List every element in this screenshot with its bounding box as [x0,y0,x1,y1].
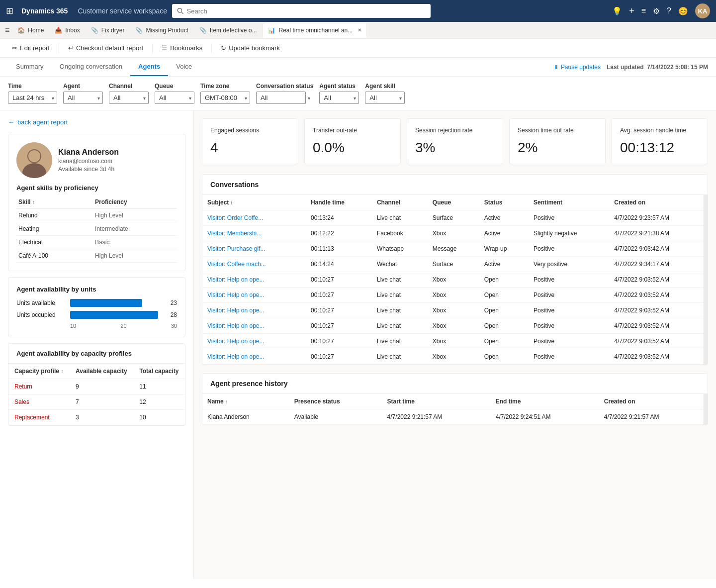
conv-subject-link[interactable]: Visitor: Help on ope... [207,338,282,345]
conv-subject-link[interactable]: Visitor: Help on ope... [207,353,282,360]
conv-sentiment: Positive [529,303,609,318]
sort-icon-subject[interactable]: ↑ [229,200,233,205]
sort-icon-skill[interactable]: ↑ [32,199,35,205]
settings-icon[interactable]: ⚙ [653,6,660,16]
tab-real-time[interactable]: 📊 Real time omnichannel an... ✕ [263,23,367,38]
capacity-profile-link[interactable]: Replacement [8,410,70,425]
conv-col-4: Status [479,195,529,210]
filter-timezone-select[interactable]: GMT-08:00 [200,92,250,104]
presence-history-section: Agent presence history Name ↑Presence st… [202,373,708,425]
conv-subject-link[interactable]: Visitor: Help on ope... [207,292,282,298]
help-icon[interactable]: ? [667,6,671,15]
filter-queue-select[interactable]: All [155,92,194,104]
conv-created-on: 4/7/2022 9:03:42 AM [609,241,708,257]
tab-ongoing-conversation[interactable]: Ongoing conversation [52,58,130,76]
tab-summary[interactable]: Summary [8,58,52,76]
toolbar: ✏ Edit report ↩ Checkout default report … [0,39,716,58]
filter-agent-wrapper: All [63,92,103,104]
conv-subject: Visitor: Help on ope... [202,303,306,318]
back-agent-report-button[interactable]: ← back agent report [8,118,185,126]
capacity-profile-link[interactable]: Return [8,379,70,394]
capacity-col-total: Total capacity [133,364,185,379]
filter-timezone-label: Time zone [200,83,250,90]
agent-info: Kiana Anderson kiana@contoso.com Availab… [58,148,119,173]
checkout-default-report-button[interactable]: ↩ Checkout default report [64,42,147,54]
conv-subject-link[interactable]: Visitor: Order Coffe... [207,214,282,221]
filter-agent-status-select[interactable]: All [319,92,359,104]
conv-subject-link[interactable]: Visitor: Help on ope... [207,276,282,283]
conversation-row: Visitor: Help on ope... 00:10:27 Live ch… [202,303,708,318]
avatar[interactable]: KA [695,3,710,18]
filter-icon[interactable]: ≡ [641,6,646,15]
search-input[interactable] [187,7,426,15]
tab-hamburger-icon[interactable]: ≡ [3,24,11,37]
tab-close-icon[interactable]: ✕ [358,27,361,33]
page-tabs: Summary Ongoing conversation Agents Voic… [0,58,716,77]
tab-fix-dryer[interactable]: 📎 Fix dryer [86,23,130,38]
conversation-row: Visitor: Help on ope... 00:10:27 Live ch… [202,288,708,303]
conv-subject-link[interactable]: Visitor: Coffee mach... [207,261,282,268]
tab-agents[interactable]: Agents [130,58,168,76]
filter-time: Time Last 24 hrs [8,83,57,104]
presence-created: 4/7/2022 9:21:57 AM [599,409,708,425]
toolbar-separator-1 [59,43,59,53]
filter-conversation-status-select[interactable]: All [256,92,306,104]
edit-report-button[interactable]: ✏ Edit report [8,42,54,54]
presence-col-1: Presence status [289,394,382,409]
agent-avatar [16,142,52,178]
conv-subject: Visitor: Coffee mach... [202,257,306,272]
conv-handle-time: 00:10:27 [306,303,372,318]
capacity-profile-link[interactable]: Sales [8,394,70,410]
filter-agent-status-wrapper: All [319,92,359,104]
filter-agent-skill-select[interactable]: All [365,92,405,104]
tab-item-defective[interactable]: 📎 Item defective o... [194,23,262,38]
tab-inbox[interactable]: 📥 Inbox [50,23,85,38]
conv-subject-link[interactable]: Visitor: Help on ope... [207,307,282,314]
conv-queue: Xbox [428,288,479,303]
filter-channel-select[interactable]: All [109,92,149,104]
conv-created-on: 4/7/2022 9:34:17 AM [609,257,708,272]
tab-home[interactable]: 🏠 Home [12,23,49,38]
conversation-row: Visitor: Help on ope... 00:10:27 Live ch… [202,349,708,365]
capacity-section-header: Agent availability by capacity profiles [8,344,185,364]
conv-subject: Visitor: Purchase gif... [202,241,306,257]
conv-handle-time: 00:10:27 [306,318,372,334]
capacity-available: 9 [70,379,133,394]
conv-sentiment: Positive [529,210,609,226]
capacity-total: 11 [133,379,185,394]
agent-availability-status: Available since 3d 4h [58,166,119,173]
right-panel: Engaged sessions 4 Transfer out-rate 0.0… [194,110,716,579]
filter-agent: Agent All [63,83,103,104]
presence-scrollbar[interactable] [704,394,708,425]
filter-queue-wrapper: All [155,92,194,104]
conv-status: Open [479,334,529,349]
filter-time-select[interactable]: Last 24 hrs [8,92,57,104]
pause-updates-button[interactable]: ⏸ Pause updates [553,64,601,71]
tab-bar: ≡ 🏠 Home 📥 Inbox 📎 Fix dryer 📎 Missing P… [0,22,716,39]
sort-icon-capacity[interactable]: ↑ [61,369,63,374]
refresh-icon-1: ↩ [68,44,74,52]
conv-channel: Facebook [372,226,428,241]
skills-table: Skill ↑ Proficiency RefundHigh LevelHeat… [16,196,177,263]
stat-value: 4 [210,140,290,156]
sort-icon-presence-name[interactable]: ↑ [224,399,228,404]
stat-label: Session time out rate [518,127,597,134]
update-bookmark-button[interactable]: ↻ Update bookmark [217,42,284,54]
conv-subject-link[interactable]: Visitor: Help on ope... [207,322,282,329]
conversations-scrollbar[interactable] [704,195,708,365]
lightbulb-icon[interactable]: 💡 [612,6,622,16]
conv-col-0: Subject ↑ [202,195,306,210]
filter-agent-select[interactable]: All [63,92,103,104]
tab-voice[interactable]: Voice [168,58,200,76]
bookmarks-button[interactable]: ☰ Bookmarks [158,42,206,54]
conv-channel: Live chat [372,288,428,303]
tab-missing-product[interactable]: 📎 Missing Product [130,23,193,38]
add-icon[interactable]: + [629,6,634,16]
waffle-icon[interactable]: ⊞ [6,5,13,16]
user-icon[interactable]: 😊 [678,6,688,16]
conv-subject-link[interactable]: Visitor: Purchase gif... [207,245,282,252]
search-box[interactable] [172,4,431,18]
filter-time-label: Time [8,83,57,90]
conv-subject-link[interactable]: Visitor: Membershi... [207,230,282,237]
skills-row: Café A-100High Level [16,249,177,263]
